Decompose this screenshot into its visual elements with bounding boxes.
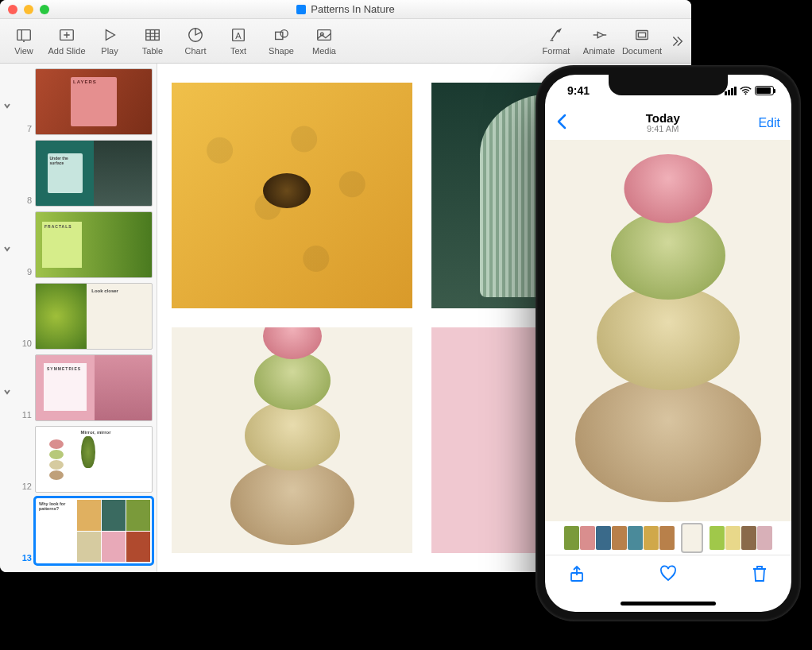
status-time: 9:41	[567, 84, 590, 97]
disclosure-spacer	[3, 456, 13, 466]
document-icon	[296, 5, 306, 14]
battery-icon	[755, 86, 774, 95]
thumb-title: Mirror, mirror	[81, 430, 111, 435]
photos-toolbar	[545, 555, 791, 594]
traffic-lights	[8, 5, 49, 14]
text-label: Text	[230, 46, 246, 56]
slide-number: 8	[16, 195, 32, 205]
minimize-window-button[interactable]	[24, 5, 33, 14]
slide-thumb-12[interactable]: 12 Mirror, mirror	[3, 426, 153, 493]
disclosure-triangle-icon[interactable]	[3, 385, 13, 394]
photo-scrubber[interactable]	[545, 521, 791, 555]
thumbnail[interactable]: Why look for patterns?	[35, 497, 153, 564]
svg-rect-6	[146, 30, 160, 41]
slide-thumb-7[interactable]: 7 LAYERS	[3, 68, 153, 135]
document-title-text: Patterns In Nature	[311, 3, 395, 15]
view-button[interactable]: View	[3, 19, 44, 63]
slide-thumb-11[interactable]: 11 SYMMETRIES	[3, 354, 153, 421]
wifi-icon	[740, 87, 752, 95]
photos-navbar: Today 9:41 AM Edit	[545, 106, 791, 140]
scrubber-current-photo[interactable]	[682, 524, 702, 551]
photo-viewer[interactable]	[545, 140, 791, 521]
thumbnail[interactable]: FRACTALS	[35, 211, 153, 278]
thumbnail[interactable]: Look closer	[35, 283, 153, 350]
thumbnail[interactable]: LAYERS	[35, 68, 153, 135]
play-label: Play	[101, 46, 118, 56]
thumb-title: Under the surface	[50, 156, 68, 165]
view-label: View	[14, 46, 33, 56]
shape-label: Shape	[269, 46, 294, 56]
thumb-title: FRACTALS	[44, 224, 79, 229]
slide-number: 7	[16, 124, 32, 133]
animate-button[interactable]: Animate	[578, 19, 620, 63]
close-window-button[interactable]	[8, 5, 17, 14]
svg-point-15	[280, 30, 288, 37]
add-slide-button[interactable]: Add Slide	[46, 19, 87, 63]
thumb-title: SYMMETRIES	[47, 366, 83, 371]
window-titlebar[interactable]: Patterns In Nature	[0, 0, 691, 19]
thumb-title: Why look for patterns?	[39, 501, 65, 511]
format-label: Format	[543, 46, 570, 56]
thumbnail[interactable]: Mirror, mirror	[35, 426, 153, 493]
disclosure-spacer	[3, 528, 13, 537]
slide-thumb-13[interactable]: 13 Why look for patterns?	[3, 497, 153, 564]
slide-navigator[interactable]: 7 LAYERS 8 Under the surface 9 FRACTALS	[0, 64, 157, 572]
add-slide-label: Add Slide	[48, 46, 85, 56]
navbar-subtitle-text: 9:41 AM	[646, 125, 680, 134]
share-button[interactable]	[567, 564, 586, 586]
slide-number: 10	[16, 339, 32, 348]
shape-button[interactable]: Shape	[261, 19, 302, 63]
slide-number: 12	[16, 482, 32, 491]
iphone-screen: 9:41 Today 9:41 AM Edit	[545, 75, 791, 612]
slide-number: 11	[16, 410, 32, 420]
thumbnail[interactable]: SYMMETRIES	[35, 354, 153, 421]
home-indicator[interactable]	[545, 594, 791, 612]
thumb-title: LAYERS	[73, 79, 114, 84]
media-label: Media	[312, 46, 336, 56]
edit-button[interactable]: Edit	[758, 116, 780, 130]
document-label: Document	[622, 46, 662, 56]
slide-number: 9	[16, 267, 32, 277]
canvas-image-honeycomb[interactable]	[172, 83, 412, 308]
format-button[interactable]: Format	[536, 19, 577, 63]
animate-label: Animate	[583, 46, 615, 56]
iphone-device: 9:41 Today 9:41 AM Edit	[536, 65, 801, 621]
window-title: Patterns In Nature	[0, 3, 691, 15]
svg-point-21	[745, 93, 747, 95]
toolbar-overflow-button[interactable]	[664, 19, 688, 63]
canvas-image-urchins[interactable]	[172, 327, 412, 553]
back-button[interactable]	[556, 114, 567, 133]
favorite-button[interactable]	[659, 564, 678, 586]
slide-thumb-10[interactable]: 10 Look closer	[3, 283, 153, 350]
media-button[interactable]: Media	[304, 19, 345, 63]
svg-marker-5	[106, 30, 114, 41]
text-button[interactable]: A Text	[218, 19, 259, 63]
zoom-window-button[interactable]	[40, 5, 49, 14]
disclosure-triangle-icon[interactable]	[3, 242, 13, 251]
thumbnail[interactable]: Under the surface	[35, 140, 153, 207]
svg-rect-0	[17, 30, 31, 41]
play-button[interactable]: Play	[89, 19, 130, 63]
slide-thumb-9[interactable]: 9 FRACTALS	[3, 211, 153, 278]
navbar-title-text: Today	[646, 112, 680, 125]
table-label: Table	[142, 46, 163, 56]
notch	[609, 75, 728, 95]
document-button[interactable]: Document	[621, 19, 663, 63]
table-button[interactable]: Table	[132, 19, 173, 63]
svg-text:A: A	[235, 31, 242, 41]
toolbar: View Add Slide Play Table Chart A Text S…	[0, 19, 691, 64]
thumb-title: Look closer	[91, 288, 118, 293]
svg-marker-18	[597, 32, 603, 37]
svg-rect-20	[638, 33, 645, 37]
disclosure-triangle-icon[interactable]	[3, 99, 13, 108]
slide-thumb-8[interactable]: 8 Under the surface	[3, 140, 153, 207]
status-indicators	[725, 86, 774, 95]
disclosure-spacer	[3, 313, 13, 323]
chart-label: Chart	[185, 46, 207, 56]
delete-button[interactable]	[750, 564, 769, 586]
chart-button[interactable]: Chart	[175, 19, 216, 63]
slide-number: 13	[16, 553, 32, 563]
disclosure-spacer	[3, 170, 13, 180]
navbar-title: Today 9:41 AM	[646, 112, 680, 133]
